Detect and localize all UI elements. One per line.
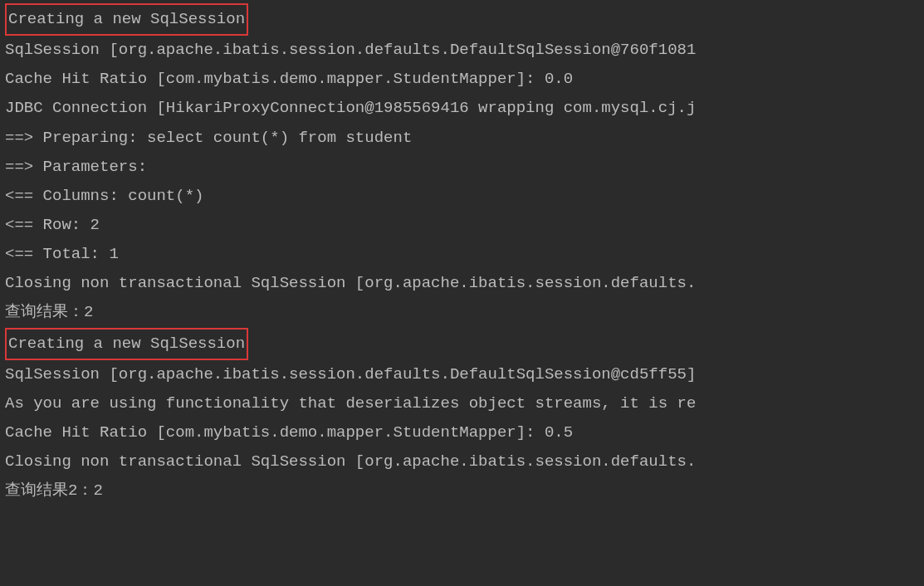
log-line: JDBC Connection [HikariProxyConnection@1… xyxy=(5,94,919,123)
log-text: Cache Hit Ratio [com.mybatis.demo.mapper… xyxy=(5,423,573,442)
log-line: 查询结果2：2 xyxy=(5,476,919,505)
log-text: <== Total: 1 xyxy=(5,245,119,263)
log-text: Closing non transactional SqlSession [or… xyxy=(5,274,696,292)
log-line: Creating a new SqlSession xyxy=(5,3,919,36)
log-line: 查询结果：2 xyxy=(5,298,919,327)
console-output: Creating a new SqlSession SqlSession [or… xyxy=(5,3,919,505)
log-line: Closing non transactional SqlSession [or… xyxy=(5,447,919,476)
log-line: ==> Parameters: xyxy=(5,153,919,182)
log-line: <== Row: 2 xyxy=(5,211,919,240)
log-line: SqlSession [org.apache.ibatis.session.de… xyxy=(5,36,919,65)
log-text: 查询结果：2 xyxy=(5,303,93,321)
log-line: ==> Preparing: select count(*) from stud… xyxy=(5,124,919,153)
log-text: ==> Preparing: select count(*) from stud… xyxy=(5,129,412,147)
log-text: <== Columns: count(*) xyxy=(5,187,203,205)
log-text: <== Row: 2 xyxy=(5,216,100,234)
log-text: SqlSession [org.apache.ibatis.session.de… xyxy=(5,41,696,59)
log-line: <== Total: 1 xyxy=(5,240,919,269)
log-text: ==> Parameters: xyxy=(5,158,147,176)
log-text: 查询结果2：2 xyxy=(5,481,103,500)
log-line: SqlSession [org.apache.ibatis.session.de… xyxy=(5,360,919,389)
highlight-annotation: Creating a new SqlSession xyxy=(5,328,248,360)
log-text: Creating a new SqlSession xyxy=(8,335,245,353)
log-text: Closing non transactional SqlSession [or… xyxy=(5,452,696,471)
log-line: As you are using functionality that dese… xyxy=(5,389,919,418)
log-line: <== Columns: count(*) xyxy=(5,182,919,211)
log-text: As you are using functionality that dese… xyxy=(5,394,696,413)
log-text: Cache Hit Ratio [com.mybatis.demo.mapper… xyxy=(5,70,573,88)
highlight-annotation: Creating a new SqlSession xyxy=(5,3,248,36)
log-text: Creating a new SqlSession xyxy=(8,10,245,28)
log-text: JDBC Connection [HikariProxyConnection@1… xyxy=(5,99,696,117)
log-line: Cache Hit Ratio [com.mybatis.demo.mapper… xyxy=(5,65,919,94)
log-line: Creating a new SqlSession xyxy=(5,328,919,360)
log-line: Closing non transactional SqlSession [or… xyxy=(5,269,919,298)
log-line: Cache Hit Ratio [com.mybatis.demo.mapper… xyxy=(5,418,919,447)
log-text: SqlSession [org.apache.ibatis.session.de… xyxy=(5,365,696,383)
